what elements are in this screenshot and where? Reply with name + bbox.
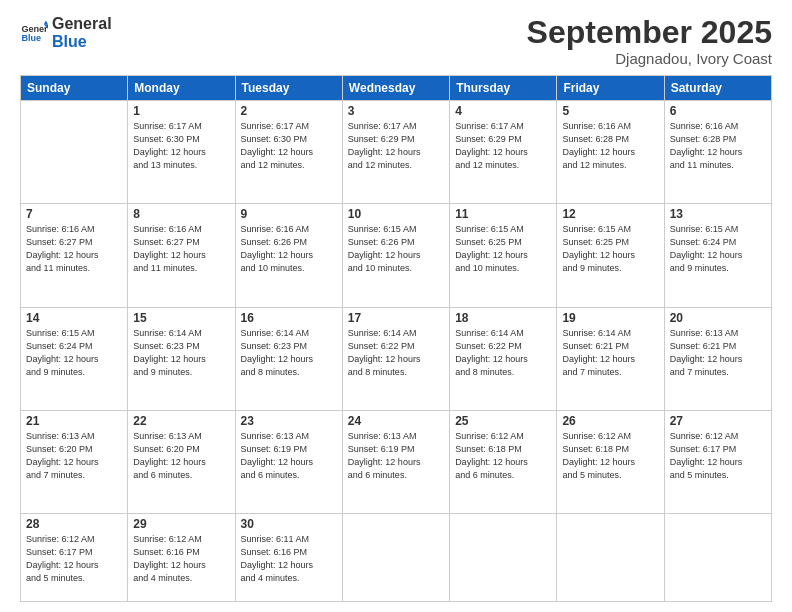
- day-number: 20: [670, 311, 766, 325]
- calendar-cell: 24Sunrise: 6:13 AM Sunset: 6:19 PM Dayli…: [342, 410, 449, 513]
- day-info: Sunrise: 6:16 AM Sunset: 6:27 PM Dayligh…: [133, 223, 229, 275]
- calendar-week-5: 28Sunrise: 6:12 AM Sunset: 6:17 PM Dayli…: [21, 513, 772, 601]
- day-number: 24: [348, 414, 444, 428]
- col-header-tuesday: Tuesday: [235, 76, 342, 101]
- day-info: Sunrise: 6:12 AM Sunset: 6:18 PM Dayligh…: [562, 430, 658, 482]
- day-info: Sunrise: 6:16 AM Sunset: 6:27 PM Dayligh…: [26, 223, 122, 275]
- calendar-cell: 8Sunrise: 6:16 AM Sunset: 6:27 PM Daylig…: [128, 204, 235, 307]
- calendar-cell: 12Sunrise: 6:15 AM Sunset: 6:25 PM Dayli…: [557, 204, 664, 307]
- day-number: 10: [348, 207, 444, 221]
- day-number: 15: [133, 311, 229, 325]
- calendar-cell: 11Sunrise: 6:15 AM Sunset: 6:25 PM Dayli…: [450, 204, 557, 307]
- svg-text:Blue: Blue: [21, 33, 41, 43]
- day-number: 25: [455, 414, 551, 428]
- day-info: Sunrise: 6:13 AM Sunset: 6:20 PM Dayligh…: [133, 430, 229, 482]
- day-info: Sunrise: 6:13 AM Sunset: 6:19 PM Dayligh…: [348, 430, 444, 482]
- calendar-cell: 26Sunrise: 6:12 AM Sunset: 6:18 PM Dayli…: [557, 410, 664, 513]
- calendar-cell: 6Sunrise: 6:16 AM Sunset: 6:28 PM Daylig…: [664, 101, 771, 204]
- calendar-cell: 18Sunrise: 6:14 AM Sunset: 6:22 PM Dayli…: [450, 307, 557, 410]
- day-number: 29: [133, 517, 229, 531]
- day-number: 30: [241, 517, 337, 531]
- calendar-cell: 10Sunrise: 6:15 AM Sunset: 6:26 PM Dayli…: [342, 204, 449, 307]
- day-number: 26: [562, 414, 658, 428]
- col-header-sunday: Sunday: [21, 76, 128, 101]
- calendar-cell: 29Sunrise: 6:12 AM Sunset: 6:16 PM Dayli…: [128, 513, 235, 601]
- calendar-page: General Blue General Blue September 2025…: [0, 0, 792, 612]
- day-info: Sunrise: 6:17 AM Sunset: 6:29 PM Dayligh…: [455, 120, 551, 172]
- calendar-cell: 23Sunrise: 6:13 AM Sunset: 6:19 PM Dayli…: [235, 410, 342, 513]
- day-number: 23: [241, 414, 337, 428]
- day-number: 3: [348, 104, 444, 118]
- location-subtitle: Djagnadou, Ivory Coast: [527, 50, 772, 67]
- day-info: Sunrise: 6:12 AM Sunset: 6:17 PM Dayligh…: [26, 533, 122, 585]
- day-number: 2: [241, 104, 337, 118]
- day-info: Sunrise: 6:13 AM Sunset: 6:20 PM Dayligh…: [26, 430, 122, 482]
- calendar-cell: [450, 513, 557, 601]
- calendar-cell: 15Sunrise: 6:14 AM Sunset: 6:23 PM Dayli…: [128, 307, 235, 410]
- calendar-cell: 17Sunrise: 6:14 AM Sunset: 6:22 PM Dayli…: [342, 307, 449, 410]
- calendar-cell: 14Sunrise: 6:15 AM Sunset: 6:24 PM Dayli…: [21, 307, 128, 410]
- calendar-cell: 7Sunrise: 6:16 AM Sunset: 6:27 PM Daylig…: [21, 204, 128, 307]
- title-block: September 2025 Djagnadou, Ivory Coast: [527, 15, 772, 67]
- day-info: Sunrise: 6:12 AM Sunset: 6:16 PM Dayligh…: [133, 533, 229, 585]
- svg-text:General: General: [21, 23, 48, 33]
- calendar-cell: 27Sunrise: 6:12 AM Sunset: 6:17 PM Dayli…: [664, 410, 771, 513]
- day-number: 16: [241, 311, 337, 325]
- logo-blue: Blue: [52, 33, 112, 51]
- day-number: 13: [670, 207, 766, 221]
- day-info: Sunrise: 6:16 AM Sunset: 6:28 PM Dayligh…: [670, 120, 766, 172]
- logo-general: General: [52, 15, 112, 33]
- day-info: Sunrise: 6:15 AM Sunset: 6:26 PM Dayligh…: [348, 223, 444, 275]
- day-info: Sunrise: 6:17 AM Sunset: 6:30 PM Dayligh…: [133, 120, 229, 172]
- calendar-week-1: 1Sunrise: 6:17 AM Sunset: 6:30 PM Daylig…: [21, 101, 772, 204]
- day-info: Sunrise: 6:13 AM Sunset: 6:19 PM Dayligh…: [241, 430, 337, 482]
- day-info: Sunrise: 6:14 AM Sunset: 6:23 PM Dayligh…: [241, 327, 337, 379]
- col-header-monday: Monday: [128, 76, 235, 101]
- col-header-wednesday: Wednesday: [342, 76, 449, 101]
- day-info: Sunrise: 6:17 AM Sunset: 6:30 PM Dayligh…: [241, 120, 337, 172]
- day-info: Sunrise: 6:14 AM Sunset: 6:22 PM Dayligh…: [455, 327, 551, 379]
- calendar-cell: 28Sunrise: 6:12 AM Sunset: 6:17 PM Dayli…: [21, 513, 128, 601]
- day-info: Sunrise: 6:13 AM Sunset: 6:21 PM Dayligh…: [670, 327, 766, 379]
- day-number: 17: [348, 311, 444, 325]
- col-header-saturday: Saturday: [664, 76, 771, 101]
- calendar-cell: 3Sunrise: 6:17 AM Sunset: 6:29 PM Daylig…: [342, 101, 449, 204]
- calendar-table: SundayMondayTuesdayWednesdayThursdayFrid…: [20, 75, 772, 602]
- day-number: 27: [670, 414, 766, 428]
- day-info: Sunrise: 6:15 AM Sunset: 6:24 PM Dayligh…: [26, 327, 122, 379]
- day-info: Sunrise: 6:15 AM Sunset: 6:24 PM Dayligh…: [670, 223, 766, 275]
- day-number: 18: [455, 311, 551, 325]
- day-info: Sunrise: 6:11 AM Sunset: 6:16 PM Dayligh…: [241, 533, 337, 585]
- calendar-cell: 22Sunrise: 6:13 AM Sunset: 6:20 PM Dayli…: [128, 410, 235, 513]
- svg-marker-2: [44, 20, 48, 24]
- calendar-week-3: 14Sunrise: 6:15 AM Sunset: 6:24 PM Dayli…: [21, 307, 772, 410]
- day-number: 4: [455, 104, 551, 118]
- calendar-cell: 25Sunrise: 6:12 AM Sunset: 6:18 PM Dayli…: [450, 410, 557, 513]
- month-title: September 2025: [527, 15, 772, 50]
- day-info: Sunrise: 6:17 AM Sunset: 6:29 PM Dayligh…: [348, 120, 444, 172]
- day-number: 14: [26, 311, 122, 325]
- day-number: 12: [562, 207, 658, 221]
- day-number: 9: [241, 207, 337, 221]
- day-info: Sunrise: 6:14 AM Sunset: 6:22 PM Dayligh…: [348, 327, 444, 379]
- day-number: 19: [562, 311, 658, 325]
- calendar-cell: 16Sunrise: 6:14 AM Sunset: 6:23 PM Dayli…: [235, 307, 342, 410]
- logo: General Blue General Blue: [20, 15, 112, 50]
- calendar-cell: 19Sunrise: 6:14 AM Sunset: 6:21 PM Dayli…: [557, 307, 664, 410]
- day-info: Sunrise: 6:14 AM Sunset: 6:23 PM Dayligh…: [133, 327, 229, 379]
- day-info: Sunrise: 6:16 AM Sunset: 6:28 PM Dayligh…: [562, 120, 658, 172]
- col-header-thursday: Thursday: [450, 76, 557, 101]
- calendar-week-2: 7Sunrise: 6:16 AM Sunset: 6:27 PM Daylig…: [21, 204, 772, 307]
- day-number: 7: [26, 207, 122, 221]
- day-number: 8: [133, 207, 229, 221]
- logo-icon: General Blue: [20, 19, 48, 47]
- calendar-cell: 20Sunrise: 6:13 AM Sunset: 6:21 PM Dayli…: [664, 307, 771, 410]
- calendar-week-4: 21Sunrise: 6:13 AM Sunset: 6:20 PM Dayli…: [21, 410, 772, 513]
- header: General Blue General Blue September 2025…: [20, 15, 772, 67]
- calendar-cell: 13Sunrise: 6:15 AM Sunset: 6:24 PM Dayli…: [664, 204, 771, 307]
- calendar-cell: [557, 513, 664, 601]
- day-number: 6: [670, 104, 766, 118]
- calendar-cell: [342, 513, 449, 601]
- day-info: Sunrise: 6:15 AM Sunset: 6:25 PM Dayligh…: [455, 223, 551, 275]
- day-info: Sunrise: 6:15 AM Sunset: 6:25 PM Dayligh…: [562, 223, 658, 275]
